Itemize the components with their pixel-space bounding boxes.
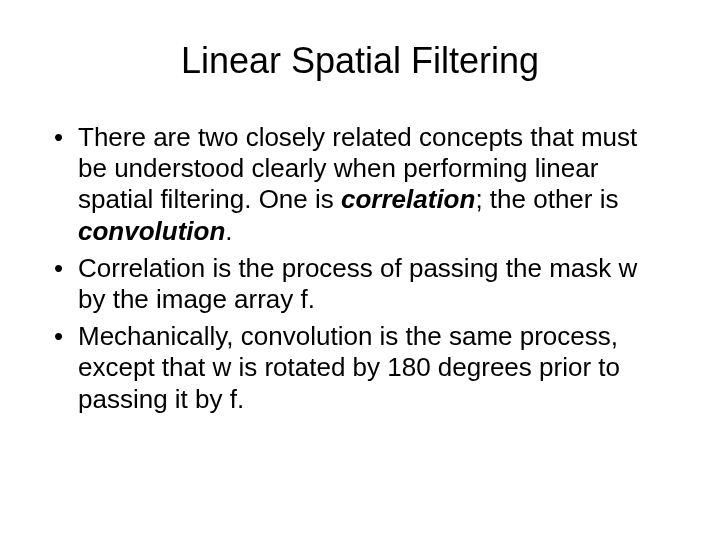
emphasis-convolution: convolution xyxy=(78,216,225,246)
bullet-item: There are two closely related concepts t… xyxy=(50,122,670,247)
slide: Linear Spatial Filtering There are two c… xyxy=(0,0,720,451)
bullet-item: Mechanically, convolution is the same pr… xyxy=(50,321,670,415)
bullet-text: ; the other is xyxy=(475,184,618,214)
bullet-item: Correlation is the process of passing th… xyxy=(50,253,670,315)
bullet-list: There are two closely related concepts t… xyxy=(50,122,670,415)
bullet-text: . xyxy=(225,216,232,246)
slide-title: Linear Spatial Filtering xyxy=(50,40,670,82)
emphasis-correlation: correlation xyxy=(341,184,475,214)
